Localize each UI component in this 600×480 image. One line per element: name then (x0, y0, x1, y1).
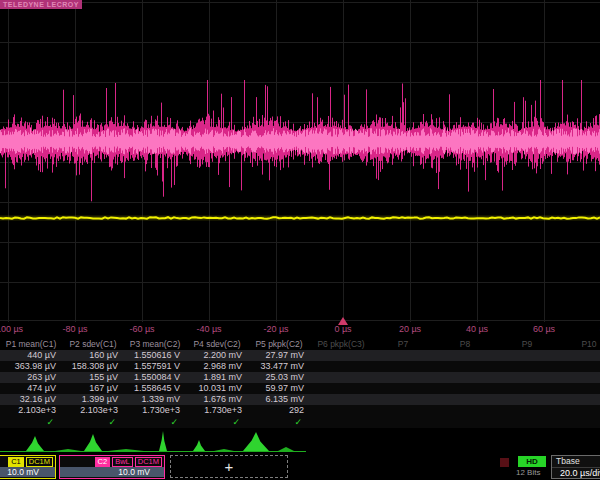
measurement-value (372, 350, 434, 361)
resolution-bits-label: 12 Bits (516, 468, 540, 477)
measurement-header[interactable]: P2 sdev(C1) (62, 338, 124, 350)
measurement-value: 1.676 mV (186, 394, 248, 405)
measurement-value (310, 361, 372, 372)
measurement-value: 160 µV (62, 350, 124, 361)
status-bar: C1 DC1M 10.0 mV C2 BwL DC1M 10.0 mV + HD… (0, 455, 600, 480)
measurement-value: 1.730e+3 (124, 405, 186, 416)
c1-channel-descriptor[interactable]: C1 DC1M 10.0 mV (0, 455, 56, 479)
measurement-status-empty (372, 416, 434, 428)
measurement-value: 1.550084 V (124, 372, 186, 383)
measurement-column: P5 pkpk(C2)27.97 mV33.477 mV25.03 mV59.9… (248, 338, 310, 428)
measurement-column: P10 (558, 338, 600, 428)
measurement-status-empty (558, 416, 600, 428)
measurement-value: 2.103e+3 (62, 405, 124, 416)
histicon-shape (26, 436, 44, 451)
histicon-shape (278, 447, 294, 451)
measurement-status-check: ✓ (0, 416, 62, 428)
measurement-value: 158.308 µV (62, 361, 124, 372)
measurement-value: 2.200 mV (186, 350, 248, 361)
timebase-title: Tbase (552, 456, 600, 468)
measurement-header[interactable]: P1 mean(C1) (0, 338, 62, 350)
timebase-descriptor[interactable]: Tbase 20.0 µs/div (551, 455, 600, 479)
measurement-column: P8 (434, 338, 496, 428)
measurement-header[interactable]: P4 sdev(C2) (186, 338, 248, 350)
measurement-status-empty (496, 416, 558, 428)
measurement-value: 263 µV (0, 372, 62, 383)
measurement-value (496, 361, 558, 372)
measurement-value (372, 394, 434, 405)
measurement-value (434, 361, 496, 372)
measurement-value (434, 372, 496, 383)
measurement-value (558, 361, 600, 372)
c2-volts-per-div: 10.0 mV (60, 467, 164, 477)
clipped-indicator-fragment (500, 458, 509, 467)
measurement-value: 1.558645 V (124, 383, 186, 394)
measurement-value (310, 394, 372, 405)
measurement-value (434, 383, 496, 394)
measurement-value (558, 383, 600, 394)
measurement-header[interactable]: P8 (434, 338, 496, 350)
measurement-header[interactable]: P3 mean(C2) (124, 338, 186, 350)
measurement-header[interactable]: P6 pkpk(C3) (310, 338, 372, 350)
timebase-axis: -100 µs-80 µs-60 µs-40 µs-20 µs0 µs20 µs… (0, 320, 600, 338)
measurement-header[interactable]: P7 (372, 338, 434, 350)
measurement-value (372, 383, 434, 394)
measurement-column: P3 mean(C2)1.550616 V1.557591 V1.550084 … (124, 338, 186, 428)
time-axis-label: 40 µs (466, 324, 488, 334)
measurement-status-check: ✓ (186, 416, 248, 428)
measurement-value (372, 361, 434, 372)
measurement-value: 1.399 µV (62, 394, 124, 405)
c2-channel-descriptor[interactable]: C2 BwL DC1M 10.0 mV (59, 455, 165, 479)
measurement-value (434, 405, 496, 416)
histicon-shape (84, 434, 102, 451)
measurement-value (310, 372, 372, 383)
measurement-value (372, 405, 434, 416)
time-axis-label: -60 µs (129, 324, 154, 334)
measurement-value: 25.03 mV (248, 372, 310, 383)
measurement-value: 10.031 mV (186, 383, 248, 394)
measurement-column: P1 mean(C1)440 µV363.98 µV263 µV474 µV32… (0, 338, 62, 428)
measurement-header[interactable]: P5 pkpk(C2) (248, 338, 310, 350)
measurement-value: 440 µV (0, 350, 62, 361)
measurement-value: 155 µV (62, 372, 124, 383)
measurement-header[interactable]: P10 (558, 338, 600, 350)
histicon-shape (193, 440, 205, 451)
measurement-value (558, 405, 600, 416)
c2-coupling-badge: DC1M (135, 457, 162, 467)
measurement-column: P4 sdev(C2)2.200 mV2.968 mV1.891 mV10.03… (186, 338, 248, 428)
measurement-value: 27.97 mV (248, 350, 310, 361)
measurement-value: 6.135 mV (248, 394, 310, 405)
add-trace-button[interactable]: + (170, 455, 288, 478)
time-axis-label: -80 µs (62, 324, 87, 334)
measurement-header[interactable]: P9 (496, 338, 558, 350)
measurement-value (496, 350, 558, 361)
measurement-value: 1.550616 V (124, 350, 186, 361)
measurement-status-check: ✓ (124, 416, 186, 428)
measurement-value (558, 372, 600, 383)
timebase-value: 20.0 µs/div (552, 468, 600, 479)
hd-mode-badge: HD (518, 456, 546, 467)
c2-badges: C2 BwL DC1M (60, 456, 164, 467)
measurement-value: 32.16 µV (0, 394, 62, 405)
measurement-value (558, 350, 600, 361)
time-axis-label: -40 µs (196, 324, 221, 334)
measurement-value (434, 350, 496, 361)
measurement-value (310, 405, 372, 416)
measurement-column: P6 pkpk(C3) (310, 338, 372, 428)
trigger-position-marker[interactable] (338, 317, 348, 325)
time-axis-label: 20 µs (399, 324, 421, 334)
measurement-status-check: ✓ (248, 416, 310, 428)
c2-label-badge: C2 (95, 457, 111, 467)
waveform-display: TELEDYNE LECROY (0, 0, 600, 322)
measurement-value: 474 µV (0, 383, 62, 394)
measurement-value (496, 372, 558, 383)
brand-logo: TELEDYNE LECROY (0, 0, 82, 9)
waveform-plot (0, 0, 600, 322)
histicon-shape (214, 449, 234, 451)
measurement-value: 1.730e+3 (186, 405, 248, 416)
measurement-value (496, 405, 558, 416)
histicon-shape (55, 449, 81, 451)
measurement-value: 1.557591 V (124, 361, 186, 372)
time-axis-label: 0 µs (334, 324, 351, 334)
measurement-value: 292 (248, 405, 310, 416)
